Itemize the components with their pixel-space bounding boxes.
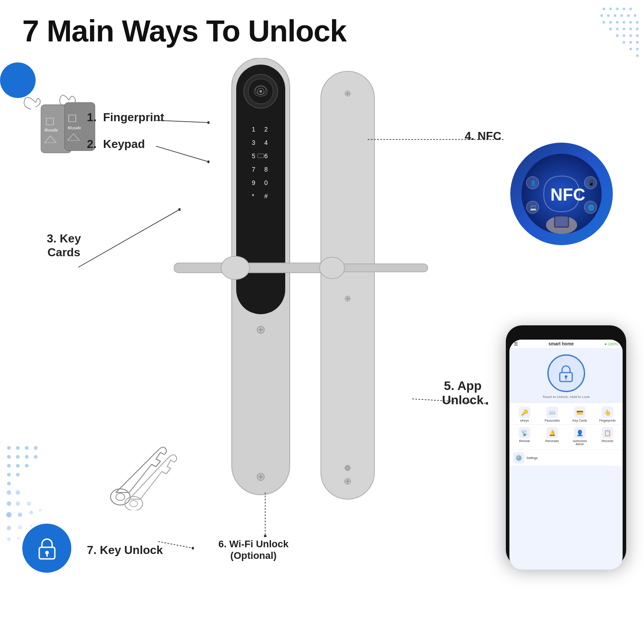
svg-text:4: 4 — [264, 139, 268, 146]
svg-point-52 — [18, 513, 22, 517]
svg-point-40 — [7, 464, 11, 468]
svg-rect-85 — [174, 263, 339, 273]
key-sketch-illustration — [98, 435, 187, 510]
svg-point-55 — [7, 526, 11, 530]
svg-text:👤: 👤 — [530, 180, 537, 186]
svg-text:💻: 💻 — [530, 204, 537, 211]
svg-point-51 — [6, 512, 12, 517]
svg-point-39 — [34, 455, 37, 459]
phone-grid-reminder: 🔔 Reminder — [539, 426, 566, 447]
svg-text:📱: 📱 — [588, 180, 595, 186]
svg-point-29 — [636, 48, 639, 50]
phone-title-text: smart home — [549, 341, 574, 346]
svg-point-101 — [320, 257, 345, 279]
svg-point-23 — [629, 34, 632, 37]
svg-point-41 — [16, 464, 20, 468]
svg-point-5 — [634, 14, 636, 17]
svg-point-86 — [221, 256, 250, 279]
svg-point-50 — [27, 501, 31, 506]
phone-mockup: ☰ smart home ● 100% Touch to Unlock, Hol… — [506, 325, 626, 566]
svg-text:6: 6 — [264, 152, 268, 160]
svg-point-1 — [623, 8, 625, 10]
svg-point-32 — [7, 446, 11, 450]
svg-point-127 — [486, 402, 488, 405]
svg-point-24 — [623, 34, 625, 37]
svg-point-35 — [34, 446, 37, 450]
svg-rect-93 — [321, 71, 374, 499]
svg-point-18 — [629, 28, 632, 30]
svg-text:1: 1 — [252, 126, 255, 133]
svg-point-6 — [627, 14, 630, 17]
svg-point-19 — [623, 28, 625, 30]
svg-point-49 — [16, 501, 20, 506]
phone-grid-fingerprints: 👆 Fingerprints — [594, 405, 621, 423]
line-app — [412, 390, 488, 408]
label-keypad: 2. Keypad — [87, 137, 145, 151]
svg-text:9: 9 — [252, 179, 255, 186]
svg-point-129 — [565, 375, 567, 378]
line-keycards — [78, 187, 180, 267]
svg-point-107 — [207, 121, 209, 124]
svg-text:#: # — [264, 193, 268, 200]
svg-point-45 — [7, 482, 11, 485]
phone-lock-icon-svg — [556, 364, 576, 383]
page-title: 7 Main Ways To Unlock — [22, 13, 346, 48]
label-fingerprint: 1. Fingerprint — [87, 111, 164, 124]
line-nfc — [368, 135, 506, 144]
svg-point-71 — [259, 90, 262, 93]
svg-point-56 — [18, 525, 22, 529]
svg-point-21 — [609, 28, 612, 30]
svg-rect-125 — [555, 217, 568, 226]
lock-icon-svg — [35, 536, 59, 561]
phone-lock-prompt: Touch to Unlock, Hold to Lock — [542, 395, 590, 399]
phone-grid-admin: 👤 AuthorizedAdmin — [566, 426, 593, 447]
svg-point-58 — [7, 537, 11, 541]
label-wifi-unlock: 6. Wi-Fi Unlock(Optional) — [218, 538, 289, 562]
svg-point-9 — [607, 14, 610, 17]
phone-settings-label: Settings — [526, 456, 537, 459]
svg-text:NFC: NFC — [550, 185, 585, 204]
svg-point-38 — [25, 455, 29, 459]
svg-point-10 — [600, 14, 603, 17]
svg-point-34 — [25, 446, 29, 450]
svg-point-20 — [616, 28, 619, 30]
svg-point-134 — [130, 500, 138, 507]
phone-grid-records: 📋 Records — [594, 426, 621, 447]
svg-point-14 — [616, 21, 619, 24]
svg-text:Blusafe: Blusafe — [68, 126, 81, 130]
svg-point-133 — [125, 496, 143, 510]
phone-cards-label: Key Cards — [573, 419, 587, 422]
svg-point-36 — [7, 455, 11, 459]
phone-admin-label: AuthorizedAdmin — [573, 439, 587, 446]
svg-point-48 — [7, 501, 11, 506]
dots-decoration-top-right — [541, 4, 640, 76]
line-wifi — [258, 492, 272, 537]
svg-point-12 — [629, 21, 632, 24]
phone-passcodes-label: Passcodes — [545, 419, 560, 422]
svg-text:Blusafe: Blusafe — [45, 128, 58, 132]
svg-point-46 — [7, 490, 11, 495]
svg-point-37 — [16, 455, 20, 459]
svg-point-54 — [39, 509, 41, 512]
phone-remote-label: Remote — [519, 439, 530, 443]
svg-point-42 — [25, 464, 29, 468]
svg-point-8 — [614, 14, 616, 17]
svg-line-108 — [156, 146, 209, 162]
phone-records-label: Records — [602, 439, 613, 443]
svg-point-17 — [636, 28, 639, 30]
line-keypad — [156, 142, 209, 168]
svg-point-33 — [16, 446, 20, 450]
svg-text:7: 7 — [252, 166, 255, 173]
phone-grid-cards: 💳 Key Cards — [566, 405, 593, 423]
line-fingerprint — [156, 114, 209, 140]
svg-line-106 — [156, 120, 209, 123]
svg-point-30 — [629, 48, 632, 50]
svg-point-31 — [636, 54, 639, 57]
svg-point-0 — [629, 8, 632, 10]
svg-point-61 — [45, 551, 49, 554]
svg-point-26 — [636, 41, 639, 44]
label-key-cards: 3. KeyCards — [47, 232, 81, 259]
phone-grid-remote: 📡 Remote — [511, 426, 538, 447]
svg-point-3 — [609, 8, 612, 10]
svg-text:3: 3 — [252, 139, 255, 146]
